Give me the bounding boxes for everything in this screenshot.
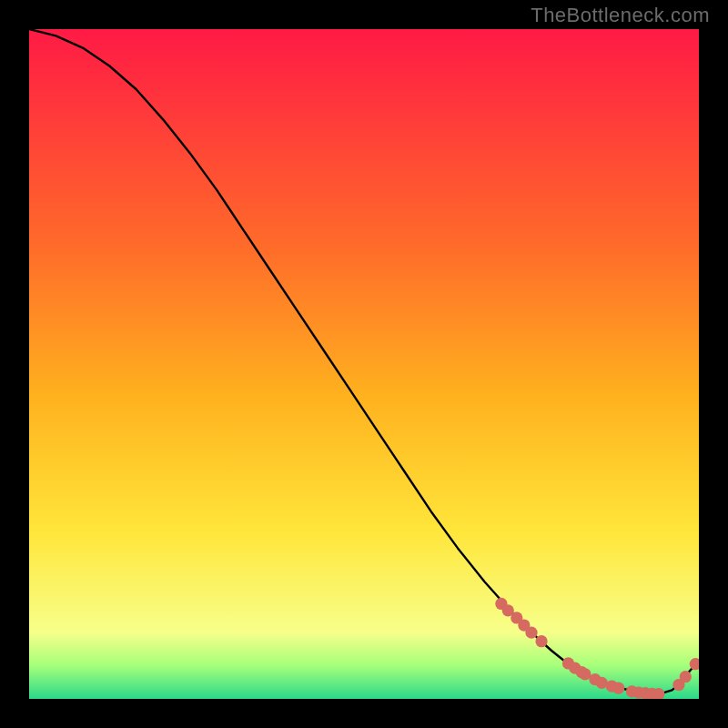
data-marker [535,635,547,647]
data-marker [525,627,537,639]
chart-container: TheBottleneck.com [0,0,728,728]
data-marker [680,671,692,682]
watermark-text: TheBottleneck.com [531,4,710,27]
data-marker [612,682,624,694]
bottleneck-chart [29,29,699,699]
gradient-background [29,29,699,699]
